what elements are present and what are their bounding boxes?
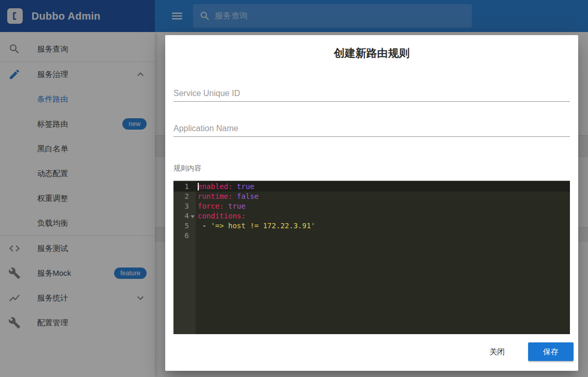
application-name-input[interactable] [173, 120, 570, 137]
editor-gutter: 1 2 3 4 5 6 [173, 181, 196, 334]
rule-content-label: 规则内容 [173, 164, 201, 173]
code-line: - '=> host != 172.22.3.91' [196, 221, 570, 231]
code-line [196, 231, 570, 241]
line-number: 1 [173, 182, 196, 192]
close-button[interactable]: 关闭 [474, 342, 520, 361]
text-cursor [198, 183, 199, 191]
fold-arrow-icon[interactable] [190, 215, 195, 218]
editor-code-area[interactable]: enabled: true runtime: false force: true… [196, 181, 570, 334]
create-route-rule-dialog: 创建新路由规则 规则内容 1 2 3 4 5 6 enabled: true r… [165, 35, 578, 371]
code-line: enabled: true [196, 182, 570, 192]
line-number: 2 [173, 192, 196, 201]
code-line: conditions: [196, 211, 570, 221]
dialog-footer: 关闭 保存 [165, 336, 578, 371]
code-line: force: true [196, 201, 570, 211]
line-number: 5 [173, 221, 196, 231]
application-name-field-wrap [173, 120, 570, 137]
line-number: 3 [173, 201, 196, 211]
dialog-title: 创建新路由规则 [165, 35, 578, 60]
dubbo-admin-app: Dubbo Admin 服务查询 服务治理 [0, 0, 588, 377]
save-button[interactable]: 保存 [528, 342, 574, 361]
line-number-foldable[interactable]: 4 [173, 211, 196, 221]
line-number: 6 [173, 231, 196, 241]
code-line: runtime: false [196, 192, 570, 201]
yaml-code-editor[interactable]: 1 2 3 4 5 6 enabled: true runtime: false… [173, 181, 570, 334]
service-unique-id-input[interactable] [173, 85, 570, 102]
service-id-field-wrap [173, 85, 570, 102]
